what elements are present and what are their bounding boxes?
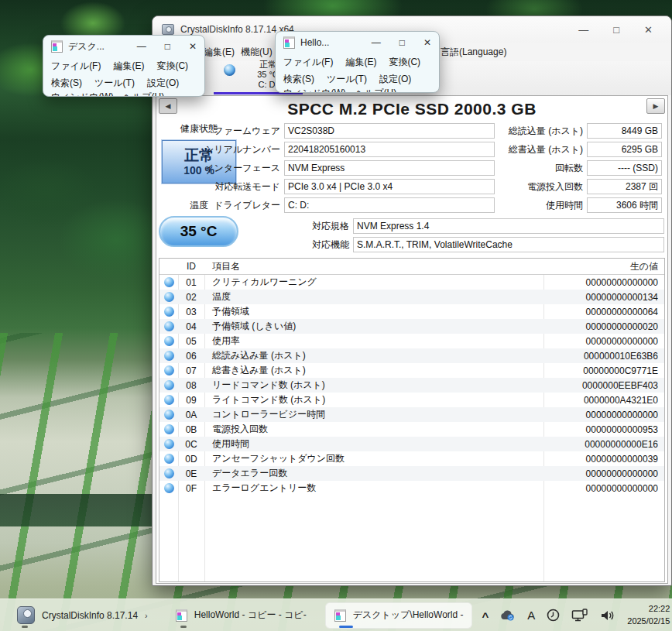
field-label: インターフェース xyxy=(156,160,284,176)
clock-app-icon[interactable] xyxy=(547,609,560,622)
attribute-raw-value: 0000000EEBF403 xyxy=(548,380,664,391)
taskbar-clock[interactable]: 22:22 2025/02/15 xyxy=(627,603,670,627)
minimize-button[interactable]: — xyxy=(372,37,381,48)
chevron-right-icon: › xyxy=(145,611,148,620)
editor-window-hello: Hello... — □ ✕ ファイル(F) 編集(E) 変換(C) 検索(S)… xyxy=(275,31,440,93)
taskbar-item-label: デスクトップ\HelloWorld - xyxy=(353,609,464,622)
close-button[interactable]: ✕ xyxy=(644,24,653,36)
attribute-raw-value: 00000000000000 xyxy=(548,468,664,479)
drive-info-fields-wide: 対応規格NVM Express 1.4対応機能S.M.A.R.T., TRIM,… xyxy=(159,218,664,255)
attribute-name: エラーログエントリー数 xyxy=(204,482,548,495)
drive-info-field-row: シリアルナンバー220418205160013 xyxy=(156,142,495,157)
status-orb-icon xyxy=(164,307,174,317)
maximize-button[interactable]: □ xyxy=(399,37,405,48)
taskbar-item-desktop-helloworld[interactable]: デスクトップ\HelloWorld - xyxy=(325,602,473,629)
drive-info-field-row: ドライブレターC: D: xyxy=(156,197,495,213)
status-orb-icon xyxy=(164,483,174,493)
taskbar-item-crystaldiskinfo[interactable]: CrystalDiskInfo 8.17.14 › xyxy=(8,602,157,629)
editor1-title-bar[interactable]: デスク... — □ ✕ xyxy=(43,36,204,57)
menu-search[interactable]: 検索(S) xyxy=(51,77,82,90)
attribute-name: 電源投入回数 xyxy=(204,423,548,436)
menu-convert[interactable]: 変換(C) xyxy=(389,56,420,69)
drive-info-field-row: 電源投入回数2387 回 xyxy=(451,179,662,194)
drive-info-field-row: ファームウェアVC2S038D xyxy=(156,123,495,139)
status-orb-icon xyxy=(164,321,174,331)
field-value: NVM Express 1.4 xyxy=(353,218,664,234)
menu-edit[interactable]: 編集(E) xyxy=(204,46,235,59)
field-label: 対応機能 xyxy=(159,237,353,252)
field-label: ドライブレター xyxy=(156,197,284,213)
menu-function[interactable]: 機能(U) xyxy=(241,46,273,59)
taskbar: CrystalDiskInfo 8.17.14 › HelloWorld - コ… xyxy=(0,598,672,631)
next-drive-button[interactable]: ▶ xyxy=(646,98,665,114)
field-value: 8449 GB xyxy=(587,123,662,139)
menu-window-help-clipped[interactable]: ウィンドウ(W) ヘルプ(H) xyxy=(51,91,164,97)
attribute-id: 02 xyxy=(178,292,204,303)
maximize-button[interactable]: □ xyxy=(613,24,619,36)
status-orb-icon xyxy=(164,468,174,478)
drive-info-field-row: 総読込量 (ホスト)8449 GB xyxy=(451,123,662,139)
status-orb-icon xyxy=(164,380,174,390)
speaker-volume-icon[interactable] xyxy=(600,609,615,622)
ime-mode-indicator[interactable]: A xyxy=(527,609,535,622)
attribute-id: 01 xyxy=(178,277,204,288)
menu-settings[interactable]: 設定(O) xyxy=(379,73,411,86)
drive-info-fields-left: ファームウェアVC2S038Dシリアルナンバー220418205160013イン… xyxy=(156,123,495,216)
menu-edit[interactable]: 編集(E) xyxy=(113,60,144,73)
hidden-icons-chevron-icon[interactable]: ^ xyxy=(482,610,489,623)
field-label: シリアルナンバー xyxy=(156,142,284,157)
menu-tools[interactable]: ツール(T) xyxy=(327,73,367,86)
status-orb-icon xyxy=(164,351,174,361)
attribute-raw-value: 00000000000064 xyxy=(548,307,664,317)
attribute-id: 08 xyxy=(178,380,204,391)
menu-file[interactable]: ファイル(F) xyxy=(51,60,101,73)
attribute-id: 0A xyxy=(178,410,204,420)
header-name: 項目名 xyxy=(204,260,548,273)
field-value: ---- (SSD) xyxy=(587,160,662,176)
maximize-button[interactable]: □ xyxy=(165,41,170,52)
attribute-raw-value: 00000000C9771E xyxy=(548,365,664,376)
drive-info-field-row: 対応規格NVM Express 1.4 xyxy=(159,218,664,234)
onedrive-cloud-icon[interactable] xyxy=(500,609,516,621)
field-label: 使用時間 xyxy=(451,197,587,213)
attribute-name: ライトコマンド数 (ホスト) xyxy=(204,393,548,406)
menu-file[interactable]: ファイル(F) xyxy=(283,56,333,69)
smart-table-row: 04予備領域 (しきい値)00000000000020 xyxy=(159,319,664,334)
smart-table-row: 07総書き込み量 (ホスト)00000000C9771E xyxy=(159,363,664,378)
menu-settings[interactable]: 設定(O) xyxy=(147,77,179,90)
menu-language[interactable]: 言語(Language) xyxy=(441,46,506,59)
prev-drive-button[interactable]: ◀ xyxy=(159,98,177,114)
menu-window-help-clipped[interactable]: ウィンドウ(W) ヘルプ(H) xyxy=(283,87,396,93)
attribute-raw-value: 00000000000000 xyxy=(548,277,664,288)
field-label: 総書込量 (ホスト) xyxy=(451,142,587,157)
crystaldiskinfo-app-icon xyxy=(162,24,174,35)
status-orb-icon xyxy=(164,365,174,376)
tray-time: 22:22 xyxy=(627,603,670,615)
taskbar-item-helloworld[interactable]: HelloWorld - コピー - コピ- xyxy=(166,602,316,629)
header-id: ID xyxy=(178,261,204,272)
close-button[interactable]: ✕ xyxy=(423,37,431,48)
menu-edit[interactable]: 編集(E) xyxy=(345,56,376,69)
minimize-button[interactable]: — xyxy=(578,24,588,36)
smart-table-row: 02温度00000000000134 xyxy=(159,290,664,304)
editor2-title-bar[interactable]: Hello... — □ ✕ xyxy=(276,32,439,53)
status-orb-icon xyxy=(164,336,174,346)
minimize-button[interactable]: — xyxy=(137,41,146,52)
smart-table-row: 08リードコマンド数 (ホスト)0000000EEBF403 xyxy=(159,378,664,393)
network-display-icon[interactable] xyxy=(571,609,588,622)
attribute-raw-value: 00000000000953 xyxy=(548,424,664,435)
attribute-id: 09 xyxy=(178,395,204,406)
attribute-id: 06 xyxy=(178,351,204,362)
attribute-name: クリティカルワーニング xyxy=(204,276,548,289)
field-value: 2387 回 xyxy=(587,179,662,194)
menu-search[interactable]: 検索(S) xyxy=(283,73,314,86)
smart-attributes-table: ID 項目名 生の値 01クリティカルワーニング0000000000000002… xyxy=(159,258,665,582)
field-value: 3606 時間 xyxy=(587,197,662,213)
menu-tools[interactable]: ツール(T) xyxy=(94,77,135,90)
field-label: 回転数 xyxy=(451,160,587,176)
menu-convert[interactable]: 変換(C) xyxy=(156,60,188,73)
close-button[interactable]: ✕ xyxy=(189,41,197,52)
drive-info-field-row: インターフェースNVM Express xyxy=(156,160,495,176)
smart-table-row: 0C使用時間00000000000E16 xyxy=(159,437,664,451)
attribute-id: 03 xyxy=(178,307,204,317)
